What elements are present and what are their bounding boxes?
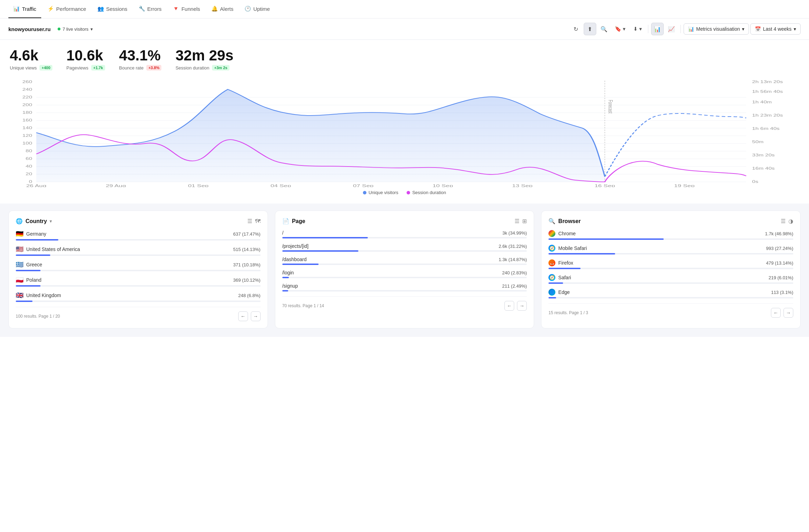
country-row-germany: 🇩🇪 Germany 637 (17.47%) — [16, 230, 261, 241]
page-pagination: ← → — [504, 301, 527, 311]
svg-text:0: 0 — [29, 180, 32, 184]
svg-text:100: 100 — [22, 141, 32, 146]
mobile-safari-icon: 🧭 — [548, 245, 555, 252]
browser-card-actions: ☰ ◑ — [781, 218, 793, 224]
page-next-button[interactable]: → — [517, 301, 527, 311]
alerts-icon: 🔔 — [211, 6, 218, 12]
browser-prev-button[interactable]: ← — [771, 308, 781, 318]
list-icon[interactable]: ☰ — [247, 218, 252, 224]
sessions-icon: 👥 — [97, 6, 104, 12]
browser-row-safari: 🧭 Safari 219 (6.01%) — [548, 274, 793, 284]
page-card-header: 📄 Page ☰ ⊞ — [282, 218, 527, 224]
metrics-visualisation-button[interactable]: 📊 Metrics visualisation ▾ — [684, 23, 749, 35]
page-prev-button[interactable]: ← — [504, 301, 514, 311]
legend-dot-sessions — [407, 191, 410, 194]
svg-text:1h 6m 40s: 1h 6m 40s — [752, 127, 780, 131]
legend-session-duration: Session duration — [407, 190, 446, 195]
date-range-button[interactable]: 📅 Last 4 weeks ▾ — [750, 23, 801, 35]
grid-icon[interactable]: ⊞ — [522, 218, 527, 224]
flag-poland: 🇵🇱 — [16, 276, 23, 284]
chart-wrap: 0 20 40 60 80 100 120 140 160 180 200 22… — [10, 79, 799, 187]
svg-text:1h 56m 40s: 1h 56m 40s — [752, 90, 783, 94]
svg-text:Forecast: Forecast — [607, 100, 614, 113]
svg-text:0s: 0s — [752, 180, 758, 184]
svg-text:50m: 50m — [752, 140, 764, 144]
svg-text:40: 40 — [25, 164, 32, 169]
nav-item-sessions[interactable]: 👥 Sessions — [93, 0, 132, 18]
globe-icon: 🌐 — [16, 218, 23, 224]
svg-text:120: 120 — [22, 134, 32, 138]
stat-pageviews: 10.6k Pageviews +1.7k — [66, 48, 105, 71]
nav-item-uptime[interactable]: 🕐 Uptime — [240, 0, 275, 18]
page-row-dashboard: /dashboard 1.3k (14.87%) — [282, 257, 527, 265]
svg-text:1h 23m 20s: 1h 23m 20s — [752, 113, 783, 118]
bookmark-button[interactable]: 🔖 ▾ — [612, 23, 629, 35]
country-card-title: 🌐 Country ▾ — [16, 218, 52, 224]
line-chart-view-button[interactable]: 📈 — [665, 23, 678, 35]
legend-unique-visitors: Unique visitors — [363, 190, 398, 195]
stats-row: 4.6k Unique views +400 10.6k Pageviews +… — [0, 40, 809, 76]
refresh-button[interactable]: ↻ — [570, 23, 582, 35]
browser-row-mobile-safari: 🧭 Mobile Safari 993 (27.24%) — [548, 245, 793, 254]
browser-row-firefox: 🦊 Firefox 479 (13.14%) — [548, 259, 793, 269]
browser-pagination: ← → — [771, 308, 793, 318]
nav-item-performance[interactable]: ⚡ Performance — [43, 0, 91, 18]
page-row-login: /login 240 (2.83%) — [282, 270, 527, 278]
page-row-signup: /signup 211 (2.49%) — [282, 283, 527, 291]
svg-text:220: 220 — [22, 95, 32, 99]
list-icon[interactable]: ☰ — [781, 218, 786, 224]
performance-icon: ⚡ — [48, 6, 54, 12]
metrics-icon: 📊 — [688, 26, 694, 32]
safari-icon: 🧭 — [548, 274, 555, 281]
svg-text:33m 20s: 33m 20s — [752, 153, 775, 157]
pageviews-badge: +1.7k — [91, 65, 105, 71]
browser-next-button[interactable]: → — [784, 308, 793, 318]
country-card-actions: ☰ 🗺 — [247, 218, 261, 224]
svg-text:04 Sep: 04 Sep — [270, 184, 291, 187]
chevron-down-icon[interactable]: ▾ — [50, 219, 52, 224]
search-button[interactable]: 🔍 — [598, 23, 610, 35]
svg-text:1h 40m: 1h 40m — [752, 100, 772, 104]
export-button[interactable]: ⬆ — [584, 23, 596, 35]
visitors-forecast-line — [605, 113, 746, 177]
flag-uk: 🇬🇧 — [16, 291, 23, 299]
page-icon: 📄 — [282, 218, 289, 224]
flag-greece: 🇬🇷 — [16, 261, 23, 268]
firefox-icon: 🦊 — [548, 259, 555, 266]
download-button[interactable]: ⬇ ▾ — [630, 23, 645, 35]
live-visitors-badge[interactable]: 7 live visitors ▾ — [58, 27, 93, 32]
country-card-header: 🌐 Country ▾ ☰ 🗺 — [16, 218, 261, 224]
nav-item-alerts[interactable]: 🔔 Alerts — [206, 0, 238, 18]
legend-dot-visitors — [363, 191, 366, 194]
country-next-button[interactable]: → — [251, 311, 261, 321]
chart-svg: 0 20 40 60 80 100 120 140 160 180 200 22… — [10, 79, 799, 187]
live-dot — [58, 28, 60, 30]
page-card-actions: ☰ ⊞ — [515, 218, 527, 224]
browser-card-footer: 15 results. Page 1 / 3 ← → — [548, 303, 793, 318]
pie-icon[interactable]: ◑ — [788, 218, 793, 224]
svg-text:26 Aug: 26 Aug — [26, 184, 46, 187]
list-icon[interactable]: ☰ — [515, 218, 519, 224]
bar-chart-view-button[interactable]: 📊 — [651, 23, 664, 35]
svg-text:10 Sep: 10 Sep — [432, 184, 453, 187]
errors-icon: 🔧 — [139, 6, 145, 12]
search-icon: 🔍 — [548, 218, 555, 224]
nav-item-errors[interactable]: 🔧 Errors — [134, 0, 167, 18]
chrome-icon — [548, 230, 555, 237]
nav-item-traffic[interactable]: 📊 Traffic — [8, 0, 41, 18]
page-card-title: 📄 Page — [282, 218, 305, 224]
bounce-rate-badge: +3.8% — [146, 65, 162, 71]
country-prev-button[interactable]: ← — [238, 311, 248, 321]
country-row-poland: 🇵🇱 Poland 369 (10.12%) — [16, 276, 261, 287]
page-row-root: / 3k (34.99%) — [282, 230, 527, 238]
country-card-footer: 100 results. Page 1 / 20 ← → — [16, 307, 261, 321]
session-duration-badge: +3m 2s — [212, 65, 229, 71]
nav-item-funnels[interactable]: 🔻 Funnels — [168, 0, 205, 18]
browser-card: 🔍 Browser ☰ ◑ Chrome 1.7k (46.98%) — [541, 210, 801, 328]
svg-text:260: 260 — [22, 80, 32, 84]
unique-views-badge: +400 — [39, 65, 52, 71]
map-icon[interactable]: 🗺 — [255, 218, 261, 224]
page-row-projects: /projects/[id] 2.6k (31.22%) — [282, 243, 527, 252]
top-navigation: 📊 Traffic ⚡ Performance 👥 Sessions 🔧 Err… — [0, 0, 809, 19]
svg-text:80: 80 — [25, 149, 32, 153]
